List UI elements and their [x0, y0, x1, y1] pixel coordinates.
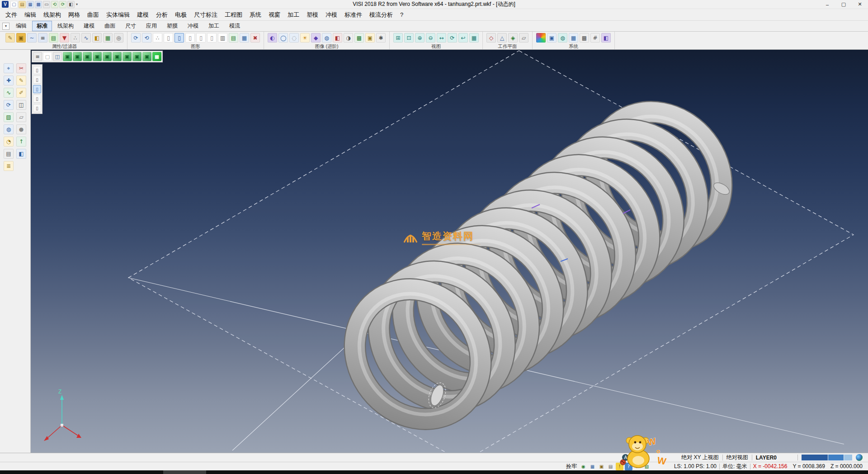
lock-label[interactable]: 拴牢	[566, 463, 577, 470]
menu-item-标准件[interactable]: 标准件	[341, 11, 366, 19]
tab-线架构[interactable]: 线架构	[53, 21, 78, 31]
view-orientation-label[interactable]: 绝对 XY 上视图	[681, 454, 718, 461]
tab-尺寸[interactable]: 尺寸	[121, 21, 141, 31]
layers-panel-icon[interactable]: ▯	[33, 85, 41, 93]
show-points-icon[interactable]: ∴	[153, 33, 162, 43]
extrude-tool-icon[interactable]: ↑	[16, 137, 26, 147]
open-icon[interactable]: ▤	[19, 1, 26, 8]
edit-geometry-icon[interactable]: ✐	[16, 88, 26, 98]
viewport-menu-icon[interactable]: ≡	[33, 52, 42, 61]
sketch-pencil-icon[interactable]: ✎	[16, 76, 26, 85]
transparency-icon[interactable]: ◍	[322, 33, 331, 43]
units-readout[interactable]: 单位: 毫米	[722, 463, 747, 470]
tree-panel-icon[interactable]: ▯	[33, 66, 41, 74]
view-mode-label[interactable]: 绝对视图	[726, 454, 748, 461]
background-icon[interactable]: ▩	[354, 33, 364, 43]
menu-item-线架构[interactable]: 线架构	[40, 11, 65, 19]
workplane-3points-icon[interactable]: △	[497, 33, 507, 43]
filter-points-icon[interactable]: ∴	[71, 33, 80, 43]
tab-曲面[interactable]: 曲面	[100, 21, 120, 31]
tab-dropdown-icon[interactable]: ▾	[2, 23, 9, 30]
wireframe-render-icon[interactable]: ◯	[278, 33, 288, 43]
image-capture-icon[interactable]: ▣	[598, 463, 605, 470]
view-axono-icon[interactable]: ▣	[132, 52, 142, 61]
translate-icon[interactable]: ✚	[4, 76, 14, 85]
show-curves-icon[interactable]: ▯	[164, 33, 173, 43]
notes-panel-icon[interactable]: ▯	[33, 104, 41, 112]
zoom-select-icon[interactable]: ⌖	[4, 63, 14, 73]
shadow-icon[interactable]: ◑	[344, 33, 353, 43]
calculator-icon[interactable]: #	[590, 33, 600, 43]
pan-view-icon[interactable]: ↔	[437, 33, 446, 43]
view-iso-icon[interactable]: ▣	[63, 52, 72, 61]
element-info-icon[interactable]: ▤	[229, 33, 238, 43]
filter-selection-icon[interactable]: ▼	[60, 33, 69, 43]
maximize-button[interactable]: ▢	[835, 0, 852, 9]
menu-item-网格[interactable]: 网格	[65, 11, 84, 19]
color-palette-icon[interactable]	[536, 33, 546, 43]
menu-item-工程图[interactable]: 工程图	[221, 11, 246, 19]
menu-item-尺寸标注[interactable]: 尺寸标注	[190, 11, 221, 19]
globe-system-icon[interactable]: ◍	[558, 33, 567, 43]
lighting-icon[interactable]: ☀	[300, 33, 310, 43]
scissors-trim-icon[interactable]: ✂	[16, 63, 26, 73]
filter-curves-icon[interactable]: ∿	[81, 33, 91, 43]
layer-swatch[interactable]	[844, 455, 852, 460]
view-dynamic-icon[interactable]: ▣	[142, 52, 151, 61]
clipboard-icon[interactable]: ▤	[4, 149, 14, 159]
section-view-icon[interactable]: ◧	[333, 33, 342, 43]
menu-item-?[interactable]: ?	[396, 11, 407, 18]
new-document-icon[interactable]: ▢	[10, 1, 18, 8]
redraw-icon[interactable]: ⟲	[142, 33, 151, 43]
anchor-lock-icon[interactable]: ◉	[580, 463, 587, 470]
quick-options-icon[interactable]: ◧	[67, 1, 75, 8]
menu-item-视窗[interactable]: 视窗	[265, 11, 284, 19]
viewport-new-icon[interactable]: ▢	[43, 52, 52, 61]
view-top-icon[interactable]: ▣	[73, 52, 82, 61]
render-settings-icon[interactable]: ✱	[376, 33, 386, 43]
view-manager-icon[interactable]: ▦	[469, 33, 479, 43]
hidden-line-icon[interactable]: ◌	[289, 33, 299, 43]
previous-view-icon[interactable]: ↩	[458, 33, 468, 43]
view-front-icon[interactable]: ▣	[83, 52, 92, 61]
purge-icon[interactable]: ✖	[250, 33, 260, 43]
show-solids-icon[interactable]: ▯	[185, 33, 195, 43]
matrix-icon[interactable]: ▩	[580, 33, 589, 43]
view-left-icon[interactable]: ▣	[103, 52, 112, 61]
menu-item-曲面[interactable]: 曲面	[84, 11, 103, 19]
undo-icon[interactable]: ⟲	[51, 1, 58, 8]
quick-access-caret-icon[interactable]: ▾	[76, 2, 78, 6]
globe-icon[interactable]	[856, 454, 863, 461]
save-icon[interactable]: ▦	[27, 1, 34, 8]
element-properties-icon[interactable]: ✎	[5, 33, 15, 43]
viewport-canvas[interactable]: Z	[31, 50, 868, 453]
solid-box-icon[interactable]: ▧	[4, 112, 14, 122]
minimize-button[interactable]: –	[819, 0, 835, 9]
zoom-window-icon[interactable]: ⊡	[404, 33, 414, 43]
display-settings-icon[interactable]: ▣	[547, 33, 557, 43]
view-back-icon[interactable]: ▣	[113, 52, 122, 61]
tab-冲模[interactable]: 冲模	[183, 21, 203, 31]
layer-swatch[interactable]	[828, 455, 844, 460]
taskbar-item[interactable]	[163, 470, 206, 474]
color-properties-icon[interactable]: ▣	[16, 33, 26, 43]
layer-properties-icon[interactable]: ▤	[49, 33, 58, 43]
print-icon[interactable]: ▭	[43, 1, 50, 8]
snap-grid-icon[interactable]: ▦	[589, 463, 596, 470]
tab-加工[interactable]: 加工	[204, 21, 224, 31]
cylinder-tool-icon[interactable]: ◍	[4, 124, 14, 134]
workspace-icon[interactable]: ◧	[601, 33, 611, 43]
mirror-tool-icon[interactable]: ◫	[16, 100, 26, 110]
history-panel-icon[interactable]: ▯	[33, 95, 41, 103]
rotate-view-icon[interactable]: ⟳	[448, 33, 457, 43]
sphere-tool-icon[interactable]: ●	[16, 124, 26, 134]
materials-icon[interactable]: ◆	[311, 33, 321, 43]
menu-item-建模[interactable]: 建模	[133, 11, 152, 19]
workplane-manager-icon[interactable]: ▱	[519, 33, 528, 43]
zoom-all-icon[interactable]: ⊞	[393, 33, 403, 43]
blank-all-icon[interactable]: ▥	[218, 33, 227, 43]
menu-item-加工[interactable]: 加工	[284, 11, 303, 19]
regen-icon[interactable]: ⟳	[131, 33, 141, 43]
active-layer-label[interactable]: LAYER0	[756, 455, 777, 461]
filter-solids-icon[interactable]: ▦	[103, 33, 113, 43]
